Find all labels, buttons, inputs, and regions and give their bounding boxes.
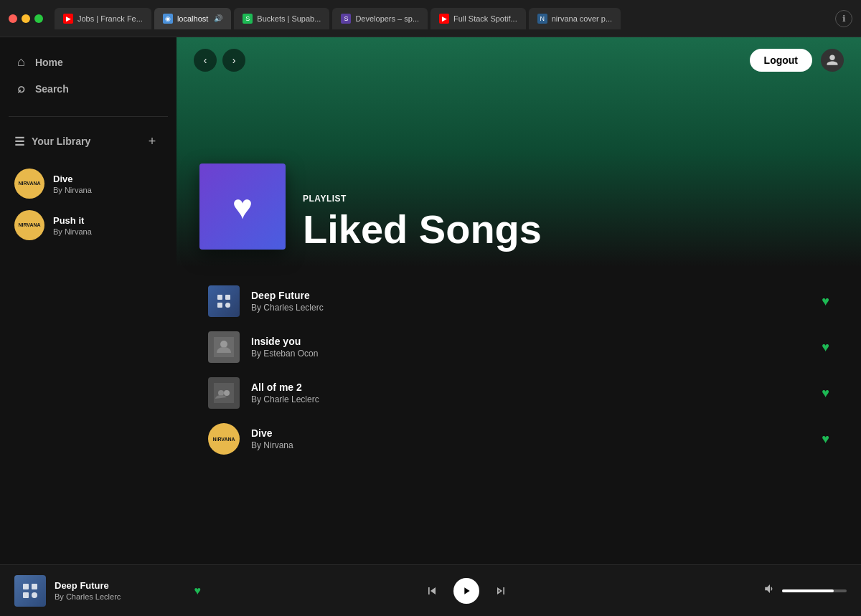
- deep-future-like-button[interactable]: ♥: [822, 294, 829, 309]
- user-avatar[interactable]: [821, 49, 844, 72]
- volume-icon: [763, 582, 776, 599]
- skip-next-button[interactable]: [494, 584, 508, 598]
- svg-rect-2: [217, 303, 222, 308]
- svg-point-8: [224, 390, 230, 396]
- library-header: ☰ Your Library +: [0, 120, 177, 160]
- sidebar-item-home[interactable]: ⌂ Home: [9, 49, 168, 75]
- svg-rect-10: [32, 584, 37, 589]
- player-info: Deep Future By Charles Leclerc: [55, 580, 186, 601]
- dive-artist: By Nirvana: [53, 186, 162, 194]
- close-button[interactable]: [9, 14, 17, 23]
- dive-like-button[interactable]: ♥: [822, 432, 829, 447]
- deep-future-artist: By Charles Leclerc: [251, 303, 810, 313]
- svg-rect-11: [23, 592, 29, 598]
- inside-you-info: Inside you By Esteban Ocon: [251, 336, 810, 359]
- all-of-me-thumb: [208, 377, 240, 409]
- sidebar-nav: ⌂ Home ⌕ Search: [0, 37, 177, 113]
- push-it-artist: By Nirvana: [53, 227, 162, 236]
- inside-you-artist: By Esteban Ocon: [251, 349, 810, 359]
- deep-future-thumb: [208, 285, 240, 317]
- logout-button[interactable]: Logout: [750, 49, 812, 72]
- back-button[interactable]: ‹: [194, 49, 217, 72]
- info-icon[interactable]: ℹ: [835, 10, 852, 27]
- header-right: Logout: [750, 49, 844, 72]
- browser-tabs: ▶ Jobs | Franck Fe... ◉ localhost 🔊 S Bu…: [55, 8, 829, 29]
- forward-button[interactable]: ›: [222, 49, 245, 72]
- main-header: ‹ › Logout ♥ Playlist Liked Songs: [177, 37, 861, 267]
- library-item-dive[interactable]: NIRVANA Dive By Nirvana: [6, 163, 171, 204]
- song-row-inside-you[interactable]: Inside you By Esteban Ocon ♥: [199, 324, 838, 370]
- dive-info: Dive By Nirvana: [53, 174, 162, 194]
- titlebar: ▶ Jobs | Franck Fe... ◉ localhost 🔊 S Bu…: [0, 0, 861, 37]
- app-body: ⌂ Home ⌕ Search ☰ Your Library + NIRVANA…: [0, 37, 861, 564]
- player-controls: [212, 578, 720, 604]
- home-icon: ⌂: [17, 55, 25, 70]
- skip-previous-button[interactable]: [425, 584, 439, 598]
- inside-you-name: Inside you: [251, 336, 810, 347]
- traffic-lights: [9, 14, 43, 23]
- sidebar-divider: [9, 116, 168, 117]
- tab-icon-dev: S: [341, 14, 351, 24]
- svg-rect-9: [23, 584, 29, 589]
- deep-future-name: Deep Future: [251, 290, 810, 301]
- push-it-thumb: NIRVANA: [14, 210, 44, 240]
- svg-rect-1: [225, 295, 230, 300]
- svg-rect-0: [217, 295, 222, 300]
- tab-icon-nirvana: N: [537, 14, 547, 24]
- volume-bar[interactable]: [782, 589, 847, 592]
- all-of-me-name: All of me 2: [251, 382, 810, 393]
- tab-developers[interactable]: S Developers – sp...: [332, 8, 428, 29]
- inside-you-thumb: [208, 331, 240, 363]
- inside-you-like-button[interactable]: ♥: [822, 340, 829, 355]
- library-title-wrap: ☰ Your Library: [14, 135, 90, 148]
- nav-controls: ‹ › Logout: [177, 37, 861, 83]
- play-pause-button[interactable]: [453, 578, 479, 604]
- song-row-all-of-me[interactable]: All of me 2 By Charle Leclerc ♥: [199, 370, 838, 416]
- tab-icon-local: ◉: [163, 14, 173, 24]
- add-library-button[interactable]: +: [142, 131, 162, 151]
- tab-fullstack[interactable]: ▶ Full Stack Spotif...: [430, 8, 526, 29]
- player-bar: Deep Future By Charles Leclerc ♥: [0, 564, 861, 616]
- nav-buttons: ‹ ›: [194, 49, 245, 72]
- player-track: Deep Future By Charles Leclerc ♥: [14, 575, 201, 607]
- dive-thumb: NIRVANA: [14, 169, 44, 199]
- tab-icon-yt: ▶: [63, 14, 73, 24]
- sidebar-search-label: Search: [35, 83, 69, 95]
- fullscreen-button[interactable]: [34, 14, 43, 23]
- push-it-name: Push it: [53, 215, 162, 226]
- song-row-deep-future[interactable]: Deep Future By Charles Leclerc ♥: [199, 278, 838, 324]
- library-item-push-it[interactable]: NIRVANA Push it By Nirvana: [6, 204, 171, 246]
- main-content: ‹ › Logout ♥ Playlist Liked Songs: [177, 37, 861, 564]
- library-list: NIRVANA Dive By Nirvana NIRVANA Push it …: [0, 160, 177, 249]
- playlist-type: Playlist: [303, 194, 542, 204]
- song-list: Deep Future By Charles Leclerc ♥ Inside …: [177, 267, 861, 473]
- player-track-name: Deep Future: [55, 580, 186, 591]
- sidebar-item-search[interactable]: ⌕ Search: [9, 75, 168, 102]
- song-row-dive[interactable]: NIRVANA Dive By Nirvana ♥: [199, 416, 838, 462]
- playlist-info: ♥ Playlist Liked Songs: [177, 164, 861, 267]
- dive-song-info: Dive By Nirvana: [251, 427, 810, 450]
- tab-icon-ytfs: ▶: [439, 14, 449, 24]
- all-of-me-info: All of me 2 By Charle Leclerc: [251, 382, 810, 404]
- svg-point-12: [32, 592, 37, 598]
- tab-localhost[interactable]: ◉ localhost 🔊: [154, 8, 231, 29]
- svg-point-7: [218, 390, 224, 396]
- svg-point-3: [225, 303, 230, 308]
- tab-jobs[interactable]: ▶ Jobs | Franck Fe...: [55, 8, 151, 29]
- playlist-meta: Playlist Liked Songs: [303, 194, 542, 250]
- svg-point-5: [220, 341, 227, 348]
- player-like-button[interactable]: ♥: [194, 584, 202, 597]
- playlist-title: Liked Songs: [303, 209, 542, 250]
- tab-nirvana[interactable]: N nirvana cover p...: [529, 8, 621, 29]
- search-icon: ⌕: [17, 81, 25, 96]
- minimize-button[interactable]: [22, 14, 30, 23]
- all-of-me-like-button[interactable]: ♥: [822, 386, 829, 401]
- all-of-me-artist: By Charle Leclerc: [251, 394, 810, 404]
- player-thumb: [14, 575, 46, 607]
- dive-song-artist: By Nirvana: [251, 440, 810, 450]
- tab-buckets[interactable]: S Buckets | Supab...: [234, 8, 329, 29]
- library-title: Your Library: [32, 136, 90, 147]
- dive-name: Dive: [53, 174, 162, 184]
- playlist-cover: ♥: [199, 164, 286, 250]
- player-volume: [732, 582, 847, 599]
